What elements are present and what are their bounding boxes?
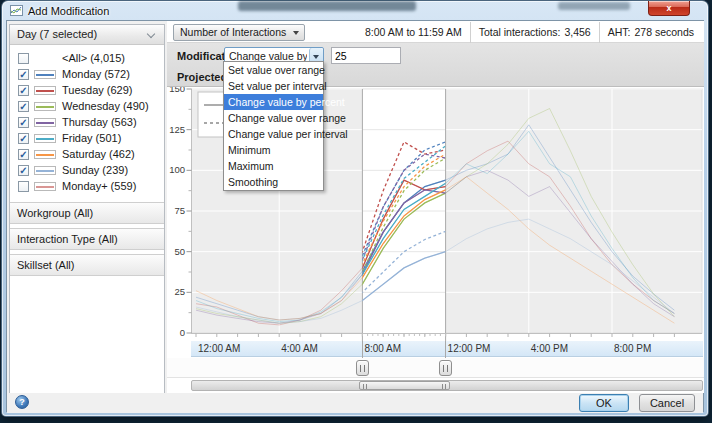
checkbox-checked[interactable]: ✓ xyxy=(18,69,29,80)
day-row[interactable]: ✓Friday (501) xyxy=(10,130,164,146)
checkbox-checked[interactable]: ✓ xyxy=(18,165,29,176)
day-row[interactable]: ✓Monday (572) xyxy=(10,66,164,82)
metric-dropdown-button[interactable]: Number of Interactions xyxy=(173,24,305,41)
grip-icon xyxy=(442,384,446,389)
total-interactions: Total interactions:3,456 xyxy=(470,22,599,43)
series-color-swatch xyxy=(34,182,56,191)
svg-text:125: 125 xyxy=(169,124,185,135)
day-list: <All> (4,015)✓Monday (572)✓Tuesday (629)… xyxy=(10,45,164,198)
day-row[interactable]: ✓Sunday (239) xyxy=(10,162,164,178)
ok-button[interactable]: OK xyxy=(579,394,629,412)
dialog-body: Day (7 selected) <All> (4,015)✓Monday (5… xyxy=(6,20,704,412)
day-row[interactable]: ✓Tuesday (629) xyxy=(10,82,164,98)
day-row[interactable]: Monday+ (559) xyxy=(10,178,164,194)
x-axis-label: 12:00 PM xyxy=(448,343,491,354)
x-axis-label: 8:00 AM xyxy=(364,343,401,354)
grip-icon xyxy=(443,365,448,372)
top-toolbar: Number of Interactions 8:00 AM to 11:59 … xyxy=(167,21,704,43)
range-start-line xyxy=(362,341,363,358)
close-button[interactable]: x xyxy=(648,1,690,16)
accordion-label: Skillset (All) xyxy=(17,259,74,271)
accordion-label: Workgroup (All) xyxy=(17,207,93,219)
total-interactions-value: 3,456 xyxy=(564,26,590,38)
dialog-title: Add Modification xyxy=(28,5,109,17)
svg-text:150: 150 xyxy=(169,87,185,94)
menu-item[interactable]: Maximum xyxy=(224,158,323,174)
day-label: <All> (4,015) xyxy=(62,52,125,64)
series-color-swatch xyxy=(34,86,56,95)
day-row[interactable]: ✓Thursday (563) xyxy=(10,114,164,130)
svg-text:75: 75 xyxy=(174,205,185,216)
x-axis-label: 12:00 AM xyxy=(198,343,240,354)
day-label: Monday (572) xyxy=(62,68,130,80)
range-slider xyxy=(167,358,704,378)
series-color-swatch xyxy=(34,134,56,143)
menu-item[interactable]: Change value by percent xyxy=(224,94,323,110)
day-row[interactable]: ✓Wednesday (490) xyxy=(10,98,164,114)
cancel-button[interactable]: Cancel xyxy=(639,394,695,412)
grip-icon xyxy=(363,384,367,389)
toolbar-info: 8:00 AM to 11:59 AM Total interactions:3… xyxy=(357,21,702,43)
dropdown-arrow-icon xyxy=(313,55,319,59)
day-label: Saturday (462) xyxy=(62,148,135,160)
day-label: Thursday (563) xyxy=(62,116,137,128)
day-section-label: Day (7 selected) xyxy=(17,28,97,40)
accordion-header[interactable]: Skillset (All) xyxy=(10,254,164,276)
menu-item[interactable]: Set value over range xyxy=(224,62,323,78)
menu-item[interactable]: Smoothing xyxy=(224,174,323,190)
total-interactions-label: Total interactions: xyxy=(479,26,561,38)
dialog-footer: ? OK Cancel xyxy=(7,393,703,413)
checkbox-unchecked[interactable] xyxy=(18,181,29,192)
grip-icon xyxy=(360,365,365,372)
menu-item[interactable]: Change value over range xyxy=(224,110,323,126)
series-color-swatch xyxy=(34,70,56,79)
day-label: Friday (501) xyxy=(62,132,121,144)
checkbox-checked[interactable]: ✓ xyxy=(18,101,29,112)
svg-text:0: 0 xyxy=(180,327,185,338)
accordion-label: Interaction Type (All) xyxy=(17,233,118,245)
series-color-swatch xyxy=(34,166,56,175)
checkbox-unchecked[interactable] xyxy=(18,53,29,64)
svg-text:25: 25 xyxy=(174,286,185,297)
svg-text:100: 100 xyxy=(169,164,185,175)
x-axis-strip: 12:00 AM4:00 AM8:00 AM12:00 PM4:00 PM8:0… xyxy=(191,341,703,357)
menu-item[interactable]: Change value per interval xyxy=(224,126,323,142)
checkbox-checked[interactable]: ✓ xyxy=(18,149,29,160)
chevron-down-icon xyxy=(147,30,155,38)
range-end-handle[interactable] xyxy=(439,360,452,376)
filter-sidebar: Day (7 selected) <All> (4,015)✓Monday (5… xyxy=(9,24,165,399)
series-color-swatch xyxy=(34,102,56,111)
range-end-line xyxy=(445,341,446,358)
range-start-handle[interactable] xyxy=(356,360,369,376)
add-modification-dialog: Add Modification x Day (7 selected) <All… xyxy=(2,1,708,416)
svg-text:50: 50 xyxy=(174,246,185,257)
menu-item[interactable]: Set value per interval xyxy=(224,78,323,94)
title-bar[interactable]: Add Modification x xyxy=(2,1,708,20)
day-label: Tuesday (629) xyxy=(62,84,133,96)
day-row[interactable]: <All> (4,015) xyxy=(10,50,164,66)
aht-value: 278 seconds xyxy=(634,26,694,38)
x-axis-label: 4:00 AM xyxy=(281,343,318,354)
aht-label: AHT: xyxy=(608,26,631,38)
checkbox-checked[interactable]: ✓ xyxy=(18,85,29,96)
main-panel: Number of Interactions 8:00 AM to 11:59 … xyxy=(167,21,704,393)
accordion-header[interactable]: Workgroup (All) xyxy=(10,202,164,224)
day-label: Wednesday (490) xyxy=(62,100,149,112)
x-axis-label: 4:00 PM xyxy=(531,343,568,354)
day-row[interactable]: ✓Saturday (462) xyxy=(10,146,164,162)
dialog-chart-icon xyxy=(10,5,23,16)
menu-item[interactable]: Minimum xyxy=(224,142,323,158)
modification-type-menu: Set value over rangeSet value per interv… xyxy=(223,61,324,191)
help-button[interactable]: ? xyxy=(15,395,29,409)
scrollbar-track[interactable] xyxy=(191,380,703,391)
scrollbar-thumb[interactable] xyxy=(359,381,450,390)
zoom-scrollbar xyxy=(167,379,704,393)
time-range-text: 8:00 AM to 11:59 AM xyxy=(357,22,470,43)
x-axis-label: 8:00 PM xyxy=(614,343,651,354)
day-section-header[interactable]: Day (7 selected) xyxy=(10,25,164,45)
checkbox-checked[interactable]: ✓ xyxy=(18,117,29,128)
day-label: Sunday (239) xyxy=(62,164,128,176)
checkbox-checked[interactable]: ✓ xyxy=(18,133,29,144)
accordion-header[interactable]: Interaction Type (All) xyxy=(10,228,164,250)
percent-value-input[interactable] xyxy=(331,47,401,64)
